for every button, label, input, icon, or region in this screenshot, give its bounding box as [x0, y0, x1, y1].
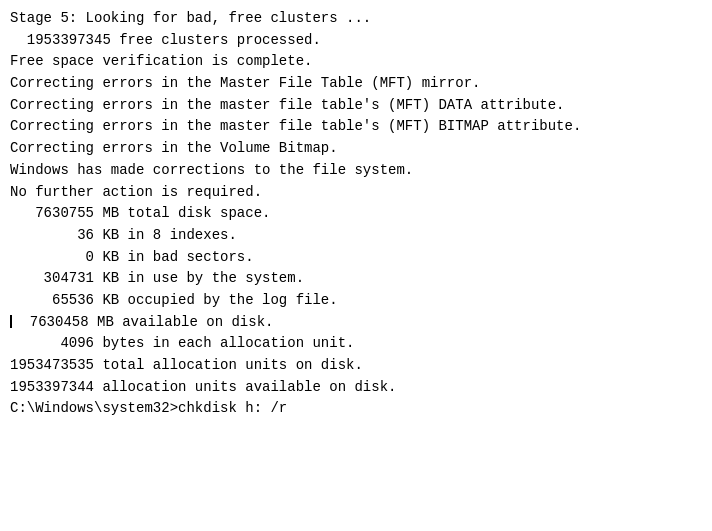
- terminal-line: 36 KB in 8 indexes.: [10, 225, 702, 247]
- terminal-line: Free space verification is complete.: [10, 51, 702, 73]
- terminal-line: C:\Windows\system32>chkdisk h: /r: [10, 398, 702, 420]
- terminal-line: Correcting errors in the master file tab…: [10, 95, 702, 117]
- terminal-line: Correcting errors in the Volume Bitmap.: [10, 138, 702, 160]
- terminal-line: Correcting errors in the master file tab…: [10, 116, 702, 138]
- terminal-line: 0 KB in bad sectors.: [10, 247, 702, 269]
- terminal-line: No further action is required.: [10, 182, 702, 204]
- terminal-line: 1953473535 total allocation units on dis…: [10, 355, 702, 377]
- terminal-line: Correcting errors in the Master File Tab…: [10, 73, 702, 95]
- terminal-line: 1953397345 free clusters processed.: [10, 30, 702, 52]
- terminal-line: 7630458 MB available on disk.: [10, 312, 702, 334]
- terminal-line: 304731 KB in use by the system.: [10, 268, 702, 290]
- text-cursor: [10, 315, 12, 328]
- terminal-line: 65536 KB occupied by the log file.: [10, 290, 702, 312]
- terminal-line: 7630755 MB total disk space.: [10, 203, 702, 225]
- terminal-line: 1953397344 allocation units available on…: [10, 377, 702, 399]
- terminal-line: 4096 bytes in each allocation unit.: [10, 333, 702, 355]
- terminal-line: Windows has made corrections to the file…: [10, 160, 702, 182]
- terminal-output: Stage 5: Looking for bad, free clusters …: [0, 0, 712, 531]
- terminal-line: Stage 5: Looking for bad, free clusters …: [10, 8, 702, 30]
